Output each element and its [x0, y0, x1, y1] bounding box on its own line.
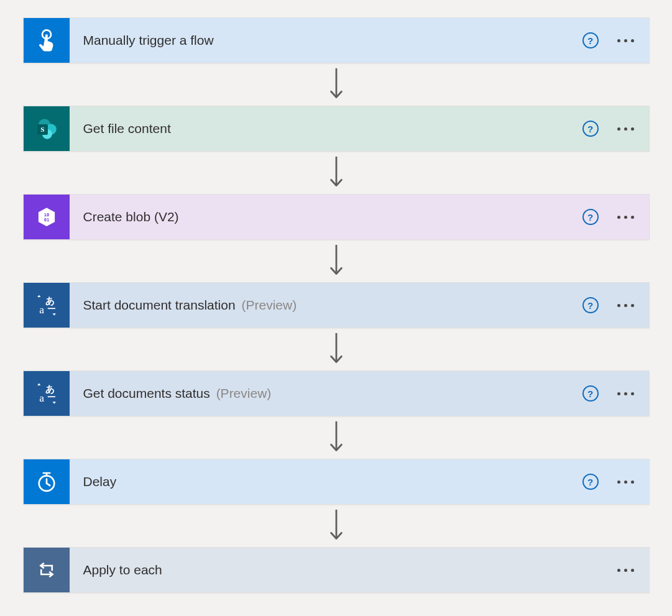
step-label: Get documents status — [83, 386, 210, 400]
step-body: Get file content? — [70, 106, 649, 151]
step-actions: ? — [582, 297, 638, 313]
step-suffix: (Preview) — [216, 386, 272, 400]
flow-step[interactable]: Get documents status (Preview)? — [23, 370, 650, 416]
step-title: Apply to each — [83, 563, 162, 577]
flow-step[interactable]: Create blob (V2)? — [23, 194, 650, 240]
step-label: Start document translation — [83, 298, 236, 312]
help-icon[interactable]: ? — [582, 121, 599, 137]
step-title: Get documents status (Preview) — [83, 386, 272, 401]
connector-arrow-icon — [329, 240, 344, 282]
step-label: Apply to each — [83, 563, 162, 577]
flow-step[interactable]: Delay? — [23, 459, 650, 505]
help-icon[interactable]: ? — [582, 385, 599, 402]
step-body: Start document translation (Preview)? — [70, 283, 649, 328]
step-title: Manually trigger a flow — [83, 33, 214, 48]
connector-arrow-icon — [329, 505, 344, 547]
step-suffix: (Preview) — [241, 298, 297, 312]
connector-arrow-icon — [329, 328, 344, 370]
step-actions: ? — [582, 474, 638, 490]
step-title: Start document translation (Preview) — [83, 298, 297, 313]
step-title: Get file content — [83, 121, 171, 136]
step-title: Delay — [83, 474, 117, 489]
sharepoint-icon — [24, 106, 70, 151]
translate-icon — [24, 371, 70, 416]
flow-step[interactable]: Apply to each — [23, 547, 650, 593]
step-body: Delay? — [70, 459, 649, 504]
connector-arrow-icon — [329, 63, 344, 106]
more-icon[interactable] — [614, 477, 638, 487]
step-actions: ? — [582, 121, 638, 137]
timer-icon — [24, 459, 70, 504]
more-icon[interactable] — [614, 124, 638, 134]
help-icon[interactable]: ? — [582, 297, 599, 313]
step-actions: ? — [582, 209, 638, 225]
step-body: Create blob (V2)? — [70, 195, 649, 239]
blob-icon — [24, 195, 70, 239]
flow-canvas: Manually trigger a flow?Get file content… — [0, 0, 672, 610]
connector-arrow-icon — [329, 152, 344, 194]
step-body: Manually trigger a flow? — [70, 18, 649, 63]
flow-step[interactable]: Manually trigger a flow? — [23, 17, 650, 63]
step-title: Create blob (V2) — [83, 209, 179, 224]
help-icon[interactable]: ? — [582, 32, 599, 48]
more-icon[interactable] — [614, 388, 638, 399]
help-icon[interactable]: ? — [582, 209, 599, 225]
more-icon[interactable] — [614, 212, 638, 223]
loop-icon — [24, 548, 70, 592]
connector-arrow-icon — [329, 416, 344, 459]
step-actions — [614, 565, 638, 576]
more-icon[interactable] — [614, 300, 638, 311]
step-label: Get file content — [83, 121, 171, 136]
step-body: Get documents status (Preview)? — [70, 371, 649, 416]
step-label: Create blob (V2) — [83, 209, 179, 224]
more-icon[interactable] — [614, 35, 638, 46]
step-body: Apply to each — [70, 548, 649, 592]
flow-step[interactable]: Get file content? — [23, 106, 650, 152]
step-actions: ? — [582, 32, 638, 48]
help-icon[interactable]: ? — [582, 474, 599, 490]
step-label: Delay — [83, 474, 117, 489]
touch-icon — [24, 18, 70, 63]
flow-step[interactable]: Start document translation (Preview)? — [23, 282, 650, 328]
step-actions: ? — [582, 385, 638, 402]
translate-icon — [24, 283, 70, 328]
step-label: Manually trigger a flow — [83, 33, 214, 47]
more-icon[interactable] — [614, 565, 638, 576]
